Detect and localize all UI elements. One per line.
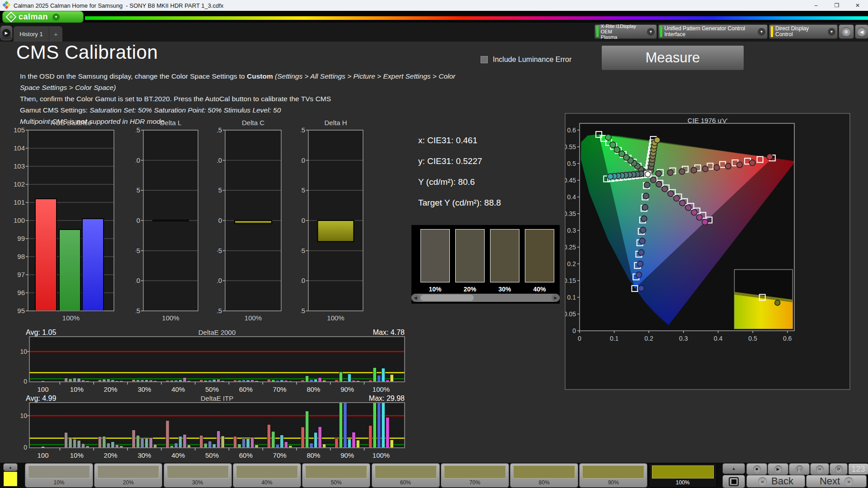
svg-text:95: 95 bbox=[17, 307, 25, 314]
play-button[interactable]: ▶ bbox=[768, 464, 788, 474]
svg-text:101: 101 bbox=[14, 198, 25, 206]
stimulus-button-30%[interactable]: 30% bbox=[164, 464, 231, 487]
swatch-scrollbar[interactable]: ◀ ▶ bbox=[411, 294, 560, 302]
meter-dropdown[interactable]: X-Rite i1Display OEMPlasma ▼ bbox=[595, 25, 656, 38]
cie-measured-dot bbox=[643, 193, 649, 199]
reading-luminance: Y (cd/m²): 80.6 bbox=[418, 172, 501, 192]
calman-menu-button[interactable]: calman ▼ bbox=[3, 11, 83, 23]
include-luminance-checkbox[interactable] bbox=[481, 56, 488, 63]
deltae-bar bbox=[335, 438, 339, 448]
continuous-button[interactable]: ∞ bbox=[811, 464, 829, 474]
scrollbar-thumb[interactable] bbox=[420, 295, 474, 301]
stimulus-button-90%[interactable]: 90% bbox=[580, 464, 647, 487]
cie-measured-dot bbox=[641, 216, 647, 221]
stimulus-button-100%[interactable]: 100% bbox=[649, 464, 717, 487]
stimulus-button-40%[interactable]: 40% bbox=[233, 464, 301, 487]
delta-h-chart: 151050-5-10-15100% bbox=[301, 118, 368, 324]
svg-text:0: 0 bbox=[137, 216, 140, 224]
maximize-button[interactable]: ❐ bbox=[826, 0, 847, 11]
svg-text:-15: -15 bbox=[217, 307, 222, 314]
deltae-bar bbox=[77, 378, 81, 382]
deltae-bar bbox=[149, 437, 153, 448]
settings-button[interactable]: ⚙ bbox=[839, 25, 854, 38]
stop-button[interactable]: ■ bbox=[747, 464, 767, 474]
stimulus-button-70%[interactable]: 70% bbox=[441, 464, 509, 487]
svg-text:40%: 40% bbox=[171, 451, 185, 459]
deltae-bar bbox=[382, 368, 385, 382]
deltae-bar bbox=[73, 439, 76, 448]
svg-text:100: 100 bbox=[14, 216, 25, 224]
stimulus-button-10%[interactable]: 10% bbox=[25, 464, 93, 487]
add-tab-button[interactable]: + bbox=[49, 26, 62, 42]
deltae-bar bbox=[352, 432, 356, 448]
svg-text:60%: 60% bbox=[239, 385, 253, 393]
deltae-bar bbox=[377, 375, 381, 382]
minimize-button[interactable]: – bbox=[806, 0, 826, 11]
stimulus-swatch bbox=[167, 465, 229, 479]
chevron-down-icon: ▼ bbox=[647, 28, 655, 36]
cie-measured-dot bbox=[637, 261, 643, 267]
deltae-bar bbox=[382, 403, 385, 448]
scroll-right-icon[interactable]: ▶ bbox=[552, 294, 560, 302]
svg-text:90%: 90% bbox=[340, 385, 354, 393]
svg-text:-15: -15 bbox=[136, 307, 140, 314]
tab-history-1[interactable]: History 1 bbox=[14, 26, 49, 42]
stimulus-button-50%[interactable]: 50% bbox=[302, 464, 370, 487]
deltae-bar bbox=[103, 379, 106, 382]
deltae-bar bbox=[348, 439, 351, 448]
current-pattern-swatch bbox=[4, 472, 17, 486]
infinity-icon: ∞ bbox=[816, 465, 824, 473]
svg-text:50%: 50% bbox=[205, 385, 219, 393]
refresh-button[interactable]: ⟳ bbox=[830, 464, 847, 474]
deltae-bar bbox=[377, 403, 381, 448]
pattern-generator-dropdown[interactable]: Unified Pattern Generator Control Interf… bbox=[659, 25, 767, 38]
deltae-bar bbox=[267, 424, 271, 448]
svg-text:5: 5 bbox=[302, 186, 305, 194]
chevrons-left-icon: « bbox=[758, 477, 767, 486]
stimulus-button-60%[interactable]: 60% bbox=[372, 464, 439, 487]
close-button[interactable]: ✕ bbox=[847, 0, 868, 11]
expand-panel-button[interactable]: ▶ bbox=[1, 26, 12, 40]
svg-text:15: 15 bbox=[136, 126, 140, 134]
reading-x: x: CIE31: 0.461 bbox=[418, 130, 501, 151]
delta-c-chart: 151050-5-10-15100% bbox=[217, 118, 287, 324]
deltae-bar bbox=[73, 378, 76, 382]
pattern-size-button[interactable]: [··] bbox=[789, 464, 809, 474]
svg-text:-5: -5 bbox=[136, 247, 140, 254]
deltae-bar bbox=[200, 435, 203, 448]
de2000-chart: 10010010%20%30%40%50%60%70%80%90%100% bbox=[18, 334, 416, 394]
pattern-window-button[interactable] bbox=[723, 475, 745, 488]
cie-measured-dot bbox=[638, 285, 644, 291]
svg-text:0.2: 0.2 bbox=[644, 335, 653, 342]
deltae-bar bbox=[69, 437, 72, 448]
collapse-pattern-bar-button[interactable]: ▲ bbox=[4, 464, 17, 471]
cie-measured-dot bbox=[605, 135, 611, 141]
svg-text:-10: -10 bbox=[301, 277, 305, 284]
scroll-left-icon[interactable]: ◀ bbox=[411, 294, 420, 302]
svg-text:-10: -10 bbox=[217, 277, 222, 284]
expand-controls-button[interactable]: ▲ bbox=[723, 464, 745, 474]
deltae-bar bbox=[314, 379, 317, 382]
deltae-bar bbox=[255, 445, 259, 448]
stimulus-button-20%[interactable]: 20% bbox=[94, 464, 162, 487]
deltae-bar bbox=[339, 372, 343, 382]
svg-text:0.5: 0.5 bbox=[748, 335, 757, 342]
cie-measured-dot bbox=[651, 177, 656, 183]
svg-text:60%: 60% bbox=[239, 451, 253, 459]
stimulus-button-80%[interactable]: 80% bbox=[510, 464, 578, 487]
comparison-swatch: 10% bbox=[420, 229, 450, 282]
back-button[interactable]: « Back bbox=[747, 475, 805, 487]
deltae-bar bbox=[386, 418, 390, 448]
cie-measured-dot bbox=[679, 200, 685, 206]
svg-text:0: 0 bbox=[218, 216, 222, 224]
svg-text:97: 97 bbox=[17, 271, 25, 278]
stimulus-swatch bbox=[28, 465, 90, 479]
next-button[interactable]: Next » bbox=[807, 475, 866, 487]
deltae-bar bbox=[373, 403, 377, 448]
deltae-bar bbox=[250, 437, 254, 448]
collapse-sidebar-button[interactable]: ◀ bbox=[855, 25, 868, 38]
deltae-bar bbox=[187, 445, 191, 448]
measure-button[interactable]: Measure bbox=[601, 45, 744, 70]
display-control-dropdown[interactable]: Direct Display Control ▼ bbox=[769, 25, 837, 38]
deltae-bar bbox=[115, 445, 119, 448]
